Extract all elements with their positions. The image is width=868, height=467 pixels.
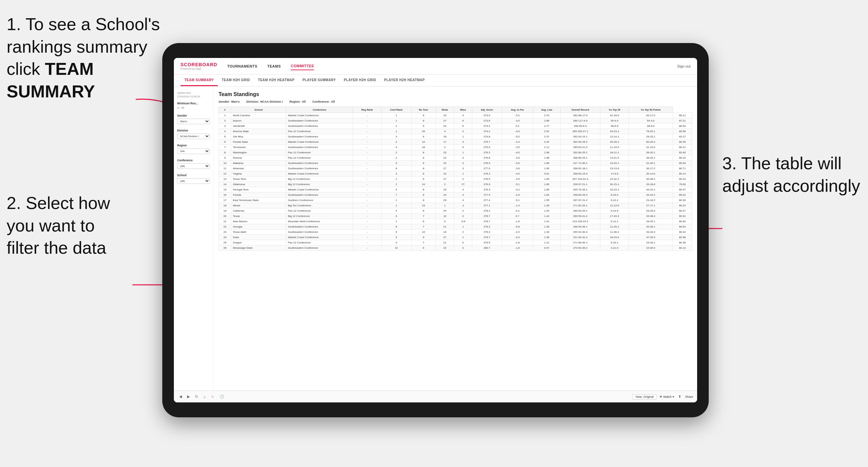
cell-data: - [353,198,381,203]
logo-area: SCOREBOARD Powered by clippi [181,62,217,70]
cell-data: - [353,113,381,118]
cell-conference: Mountain West Conference [286,219,353,224]
cell-data: 3 [454,155,472,161]
min-round-range: 4 – 30 [177,106,210,109]
gender-select[interactable]: Men's [177,119,210,124]
cell-data: 82.98 [673,235,692,240]
cell-conference: Southeastern Conference [286,245,353,251]
cell-data: 18-12-1 [600,150,629,155]
cell-data: - [353,171,381,177]
cell-conference: Big 12 Conference [286,214,353,219]
sub-nav-team-h2h-grid[interactable]: TEAM H2H GRID [218,74,254,86]
sub-nav-player-summary[interactable]: PLAYER SUMMARY [299,74,340,86]
division-select[interactable]: NCAA Division I [177,133,210,139]
cell-vs-top50: 63-17.0 [629,113,673,118]
cell-data: 264 95-29-2 [560,139,600,145]
logo-scoreboard: SCOREBOARD [181,62,217,67]
table-row: 19CaliforniaPac-12 Conference-48242278.2… [219,208,692,214]
cell-school: Virginia [231,171,286,177]
cell-data: 26 [411,129,435,134]
nav-teams[interactable]: TEAMS [267,63,281,70]
toolbar-clock[interactable]: 🕐 [218,394,225,399]
nav-tournaments[interactable]: TOURNAMENTS [227,63,257,70]
cell-data: -3.5 [502,177,533,182]
cell-data: 80.24 [673,203,692,208]
cell-data: 265 63-21-0 [560,145,600,150]
col-reg-rank: Reg Rank [353,107,381,113]
cell-vs-top50: 40-38.2 [629,177,673,182]
cell-data: - [353,134,381,139]
cell-data: -4.0 [502,118,533,124]
cell-data: -1.4 [502,203,533,208]
cell-data: 86.54 [673,124,692,129]
conference-select[interactable]: (All) [177,163,210,169]
share-button[interactable]: Share [685,395,693,399]
cell-data: 275.7 [472,139,502,145]
cell-data: - [353,224,381,229]
cell-data: 18 [435,134,454,139]
toolbar-reload[interactable]: ↻ [194,394,199,399]
toolbar-back[interactable]: ◀ [178,394,183,399]
cell-data: 6 [411,161,435,166]
table-header-row: # School Conference Reg Rank Conf Rank N… [219,107,692,113]
instruction-step3: 3. The table will adjust accordingly [722,152,861,197]
cell-data: 80.23 [673,155,692,161]
sub-nav-team-summary[interactable]: TEAM SUMMARY [181,74,218,86]
sub-nav-player-h2h-heatmap[interactable]: PLAYER H2H HEATMAP [380,74,429,86]
cell-data: 3 [454,139,472,145]
cell-data: 22 [219,224,231,229]
cell-data: 21 [219,219,231,224]
cell-data: 2 [381,139,411,145]
cell-data: 270 60-39-2 [560,245,600,251]
cell-data: 1 [381,219,411,224]
cell-data: 29 [435,187,454,192]
toolbar-bookmark[interactable]: ☆ [210,394,216,399]
table-row: 12VirginiaAtlantic Coast Conference-3824… [219,171,692,177]
cell-data: 262 88-17-0 [560,113,600,118]
min-round-label: Minimum Rou... [177,102,210,105]
cell-data: 8 [411,166,435,171]
cell-data: 0 [454,240,472,245]
cell-conference: Southeastern Conference [286,134,353,139]
cell-data: - [353,240,381,245]
cell-data: 1 [454,171,472,177]
cell-data: 23 [435,113,454,118]
toolbar-forward[interactable]: ▶ [186,394,191,399]
cell-data: 2.37 [533,134,561,139]
cell-vs-top50: 33-18.8 [629,182,673,187]
cell-data: 6 [454,124,472,129]
sign-out-button[interactable]: Sign out [677,64,690,68]
cell-data: 7 [411,224,435,229]
watch-button[interactable]: 👁 Watch ▾ [659,395,674,399]
cell-data: 276.8 [472,155,502,161]
region-label: Region [177,144,210,147]
instruction-step2: 2. Select how you want to filter the dat… [7,192,110,259]
cell-school: Georgia Tech [231,187,286,192]
cell-data: 3 [381,134,411,139]
cell-data: 276.3 [472,187,502,192]
cell-conference: Southeastern Conference [286,229,353,235]
toolbar-home[interactable]: ⌂ [202,394,207,399]
cell-data: 85.58 [673,129,692,134]
cell-data: 24 [435,171,454,177]
cell-data: 269 59-41-4 [560,214,600,219]
cell-data: 1 [435,203,454,208]
view-original-button[interactable]: View: Original [632,394,656,399]
region-select[interactable]: N/A [177,148,210,154]
division-pill: Division: NCAA Division I [246,100,283,103]
cell-school: Alabama [231,161,286,166]
cell-data: 1.85 [533,187,561,192]
cell-data: 24 [219,235,231,240]
cell-data: 18 [411,145,435,150]
cell-data: 268 83-15-0 [560,171,600,177]
cell-data: 11-19-0 [600,145,629,150]
update-time: Update time: 27/03/2024 16:56:26 [177,91,210,98]
school-select[interactable]: (All) [177,178,210,184]
toolbar-share-icon[interactable]: ⬆ [677,394,683,399]
cell-data: 275.9 [472,145,502,150]
nav-committee[interactable]: COMMITTEE [291,62,314,70]
sub-nav-team-h2h-heatmap[interactable]: TEAM H2H HEATMAP [254,74,299,86]
col-overall: Overall Record [560,107,600,113]
cell-conference: Pac-12 Conference [286,155,353,161]
sub-nav-player-h2h-grid[interactable]: PLAYER H2H GRID [340,74,380,86]
